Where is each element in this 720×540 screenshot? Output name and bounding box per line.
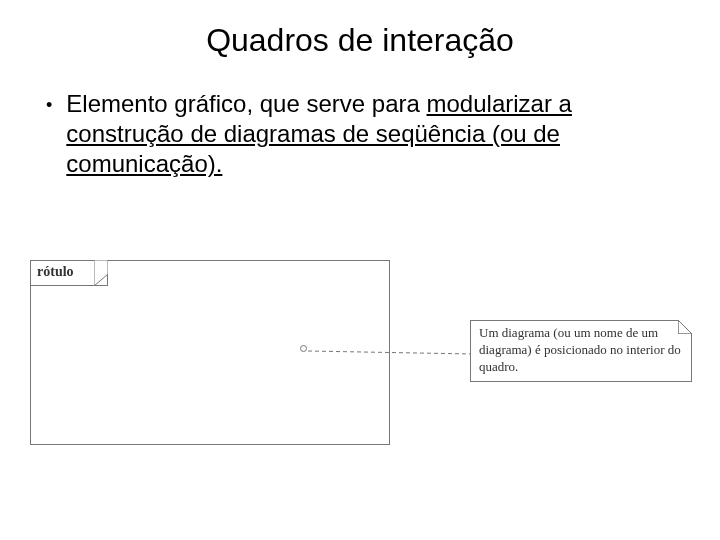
interaction-frame: rótulo [30, 260, 390, 445]
bullet-text: Elemento gráfico, que serve para modular… [66, 89, 660, 179]
slide-title: Quadros de interação [0, 0, 720, 79]
bullet-list: • Elemento gráfico, que serve para modul… [0, 79, 720, 179]
connector-anchor-icon [300, 345, 307, 352]
diagram-area: rótulo Um diagrama (ou um nome de um dia… [30, 260, 710, 480]
note-box: Um diagrama (ou um nome de um diagrama) … [470, 320, 692, 382]
frame-label-tab: rótulo [30, 260, 108, 286]
bullet-text-plain: Elemento gráfico, que serve para [66, 90, 426, 117]
frame-label-text: rótulo [37, 264, 74, 280]
bullet-item: • Elemento gráfico, que serve para modul… [46, 89, 660, 179]
svg-marker-0 [94, 260, 108, 286]
bullet-dot-icon: • [46, 94, 52, 117]
tab-corner-icon [94, 260, 108, 286]
note-text: Um diagrama (ou um nome de um diagrama) … [479, 325, 681, 374]
note-fold-icon [678, 320, 692, 334]
